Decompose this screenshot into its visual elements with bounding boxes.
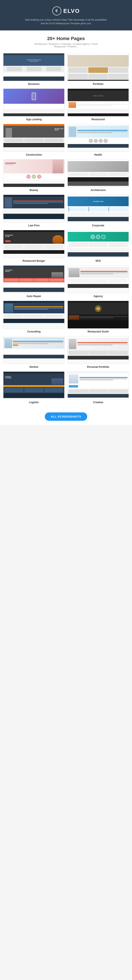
template-preview-business: THE MOST POPULAR TEAMLorem ipsum dolor (3, 53, 65, 81)
template-name-personalportfolio: Personal Portfolio (87, 366, 109, 369)
template-preview-consulting (3, 301, 65, 329)
template-name-portfolio: Portfolio (93, 83, 103, 86)
template-item-corporate[interactable]: THE BEST TEAM Corporate (67, 195, 129, 227)
template-preview-restaurantsushi (67, 301, 129, 329)
template-item-personalportfolio[interactable]: Personal Portfolio (67, 336, 129, 369)
template-name-applanding: App Landing (26, 118, 41, 121)
template-item-architecture[interactable]: Architecture (67, 159, 129, 192)
bottom-section: ALL SCREENSHOTS (0, 408, 132, 425)
template-preview-applanding (3, 89, 65, 116)
template-preview-seo (67, 230, 129, 258)
template-preview-personalportfolio (67, 336, 129, 364)
logo-name: ELVO (64, 8, 80, 14)
template-preview-creative: I'm Web Designer! (67, 371, 129, 399)
template-name-restaurantsushi: Restaurant Sushi (87, 330, 109, 333)
template-item-lawfirm[interactable]: Law Firm (3, 195, 65, 227)
header-subtitle-line2: that the ELVO Multipurpose Template give… (4, 22, 128, 25)
header-subtitle-line1: Start building your unique website today… (4, 18, 128, 22)
template-name-restaurant: Restaurant (92, 118, 105, 121)
template-preview-agency (67, 266, 129, 293)
template-item-applanding[interactable]: App Landing (3, 89, 65, 121)
template-item-beauty[interactable]: Beauty (3, 159, 65, 192)
template-name-creative: Creative (93, 401, 103, 404)
section-title-wrap: 20+ Home Pages Architecture / Business /… (0, 30, 132, 51)
logo-wrap: E ELVO (52, 6, 80, 16)
template-name-lawfirm: Law Firm (28, 224, 40, 227)
template-item-business[interactable]: THE MOST POPULAR TEAMLorem ipsum dolor B… (3, 53, 65, 86)
template-preview-autorepair: AUTO REPAIRSERVICE (3, 266, 65, 293)
template-name-corporate: Corporate (92, 224, 104, 227)
templates-grid: THE MOST POPULAR TEAMLorem ipsum dolor B… (0, 51, 132, 408)
template-item-seo[interactable]: SEO (67, 230, 129, 262)
template-item-restaurantburger[interactable]: BEST BURGERIN TOWN Restaurant Burger (3, 230, 65, 262)
template-item-health[interactable]: Health (67, 124, 129, 156)
template-preview-corporate: THE BEST TEAM (67, 195, 129, 223)
template-item-logistic[interactable]: LOGISTICSSOLUTIONS Logistic (3, 371, 65, 404)
logo-letter: E (56, 9, 58, 13)
template-preview-architecture (67, 159, 129, 187)
template-name-beauty: Beauty (30, 189, 38, 192)
template-preview-logistic: LOGISTICSSOLUTIONS (3, 371, 65, 399)
template-preview-portfolio (67, 53, 129, 81)
template-preview-restaurantburger: BEST BURGERIN TOWN (3, 230, 65, 258)
template-name-architecture: Architecture (91, 189, 106, 192)
header: E ELVO Start building your unique websit… (0, 0, 132, 30)
template-item-restaurant[interactable]: Welcome & Enjoy Restaurant (67, 89, 129, 121)
template-item-restaurantsushi[interactable]: Restaurant Sushi (67, 301, 129, 333)
template-name-construction: Construction (26, 153, 42, 156)
template-name-seo: SEO (95, 259, 101, 262)
template-preview-beauty (3, 159, 65, 187)
template-name-business: Business (28, 83, 40, 86)
template-item-consulting[interactable]: Consulting (3, 301, 65, 333)
template-name-restaurantburger: Restaurant Burger (22, 259, 45, 262)
all-screenshots-button[interactable]: ALL SCREENSHOTS (45, 412, 87, 421)
template-preview-health (67, 124, 129, 152)
template-preview-lawfirm (3, 195, 65, 223)
template-preview-restaurant: Welcome & Enjoy (67, 89, 129, 116)
section-subtitle: Architecture / Business / Corporate / Cr… (4, 43, 128, 45)
template-item-creative[interactable]: I'm Web Designer! Creative (67, 371, 129, 404)
logo-circle: E (52, 6, 61, 16)
template-preview-dentist (3, 336, 65, 364)
section-subtitle2: Restaurant / Portfolio... (4, 45, 128, 48)
template-name-autorepair: Auto Repair (27, 295, 41, 298)
template-name-agency: Agency (94, 295, 103, 298)
template-item-agency[interactable]: Agency (67, 266, 129, 298)
template-name-logistic: Logistic (29, 401, 39, 404)
section-title: 20+ Home Pages (4, 36, 128, 41)
template-name-health: Health (94, 153, 102, 156)
template-name-consulting: Consulting (27, 330, 41, 333)
template-item-portfolio[interactable]: Portfolio (67, 53, 129, 86)
template-preview-construction: WE BUILD YOURDREAM (3, 124, 65, 152)
template-name-dentist: Dentist (30, 366, 38, 369)
template-item-dentist[interactable]: Dentist (3, 336, 65, 369)
template-item-autorepair[interactable]: AUTO REPAIRSERVICE Auto Repair (3, 266, 65, 298)
template-item-construction[interactable]: WE BUILD YOURDREAM Construction (3, 124, 65, 156)
